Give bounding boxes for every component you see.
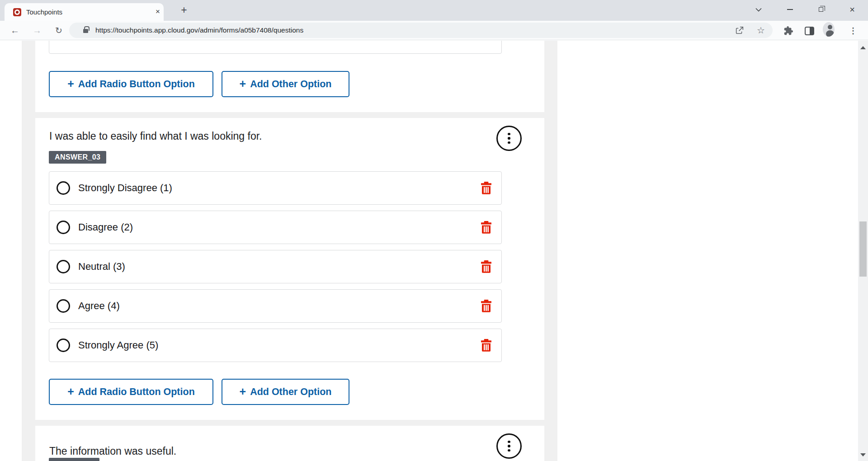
- radio-button[interactable]: [57, 339, 70, 352]
- radio-button[interactable]: [57, 181, 70, 195]
- add-other-option-label: Add Other Option: [250, 386, 331, 398]
- scrollbar-thumb[interactable]: [859, 221, 867, 277]
- window-close-icon: ×: [849, 5, 855, 14]
- delete-option-trash-icon[interactable]: [481, 221, 492, 234]
- tab-title: Touchpoints: [26, 3, 62, 21]
- page-scrollbar[interactable]: [858, 41, 868, 461]
- window-close-button[interactable]: ×: [842, 2, 862, 17]
- plus-icon: +: [240, 77, 246, 90]
- radio-button[interactable]: [57, 221, 70, 234]
- restore-icon: [819, 7, 823, 12]
- address-bar[interactable]: https://touchpoints.app.cloud.gov/admin/…: [69, 23, 773, 38]
- add-other-option-button[interactable]: + Add Other Option: [222, 379, 349, 405]
- option-row: Strongly Disagree (1): [49, 171, 502, 205]
- add-other-option-label: Add Other Option: [250, 79, 331, 90]
- option-rows: Strongly Disagree (1) D: [49, 171, 502, 368]
- scroll-down-arrow-icon[interactable]: [860, 453, 866, 456]
- plus-icon: +: [67, 385, 74, 398]
- question-text: I was able to easily find what I was loo…: [49, 129, 262, 143]
- add-radio-option-button[interactable]: + Add Radio Button Option: [49, 71, 213, 97]
- questions-list-container: + Add Radio Button Option + Add Other Op…: [22, 41, 557, 461]
- side-panel-icon[interactable]: [803, 25, 815, 37]
- option-label: Strongly Disagree (1): [78, 182, 172, 194]
- option-label: Agree (4): [78, 300, 120, 312]
- plus-icon: +: [240, 385, 246, 398]
- add-radio-option-label: Add Radio Button Option: [78, 386, 195, 398]
- profile-avatar[interactable]: [823, 24, 835, 35]
- minimize-icon: [787, 9, 793, 10]
- question-menu-button[interactable]: [496, 433, 522, 459]
- delete-option-trash-icon[interactable]: [481, 182, 492, 194]
- scroll-up-arrow-icon[interactable]: [860, 46, 866, 49]
- window-minimize-button[interactable]: [780, 2, 800, 17]
- share-icon[interactable]: [734, 25, 745, 36]
- answer-field-badge-partial: [49, 458, 99, 461]
- tab-strip: Touchpoints × + ×: [0, 0, 868, 21]
- page-content: + Add Radio Button Option + Add Other Op…: [0, 41, 868, 461]
- option-label: Disagree (2): [78, 221, 133, 233]
- back-button[interactable]: ←: [6, 21, 24, 40]
- question-card-next: The information was useful.: [35, 426, 544, 461]
- kebab-dot: [508, 449, 510, 452]
- reload-button[interactable]: ↻: [50, 21, 68, 40]
- kebab-dot: [508, 133, 510, 136]
- forward-button[interactable]: →: [28, 21, 46, 40]
- question-text: The information was useful.: [49, 444, 176, 458]
- secure-lock-icon[interactable]: [83, 29, 88, 33]
- url-text[interactable]: https://touchpoints.app.cloud.gov/admin/…: [95, 23, 303, 38]
- kebab-dot: [508, 441, 510, 443]
- kebab-dot: [508, 137, 510, 140]
- radio-button[interactable]: [57, 299, 70, 313]
- option-row: Disagree (2): [49, 211, 502, 244]
- question-card-answer-03: I was able to easily find what I was loo…: [35, 118, 544, 420]
- browser-menu-kebab-icon[interactable]: ⋮: [847, 25, 859, 37]
- plus-icon: +: [67, 77, 74, 90]
- answer-field-badge: ANSWER_03: [49, 151, 106, 164]
- browser-tab[interactable]: Touchpoints ×: [5, 3, 164, 21]
- extensions-puzzle-icon[interactable]: [783, 25, 794, 37]
- question-menu-button[interactable]: [496, 126, 522, 151]
- browser-toolbar: ← → ↻ https://touchpoints.app.cloud.gov/…: [0, 21, 868, 40]
- option-row: Agree (4): [49, 289, 502, 323]
- window-restore-button[interactable]: [811, 2, 831, 17]
- radio-button[interactable]: [57, 260, 70, 273]
- kebab-dot: [508, 141, 510, 144]
- option-label: Strongly Agree (5): [78, 339, 158, 351]
- touchpoints-favicon-icon: [13, 8, 21, 16]
- bookmark-star-icon[interactable]: ☆: [755, 25, 766, 36]
- add-radio-option-button[interactable]: + Add Radio Button Option: [49, 379, 213, 405]
- question-card-partial: + Add Radio Button Option + Add Other Op…: [35, 41, 544, 112]
- delete-option-trash-icon[interactable]: [481, 300, 492, 312]
- add-radio-option-label: Add Radio Button Option: [78, 79, 195, 90]
- new-tab-button[interactable]: +: [178, 4, 190, 17]
- option-row: Strongly Agree (5): [49, 329, 502, 362]
- person-icon: [823, 22, 835, 37]
- option-row-partial: [49, 41, 502, 54]
- add-other-option-button[interactable]: + Add Other Option: [222, 71, 349, 97]
- tab-search-chevron-icon[interactable]: [749, 2, 769, 17]
- delete-option-trash-icon[interactable]: [481, 260, 492, 273]
- option-label: Neutral (3): [78, 261, 125, 273]
- option-row: Neutral (3): [49, 250, 502, 283]
- delete-option-trash-icon[interactable]: [481, 339, 492, 352]
- tab-close-icon[interactable]: ×: [153, 7, 163, 17]
- kebab-dot: [508, 445, 510, 447]
